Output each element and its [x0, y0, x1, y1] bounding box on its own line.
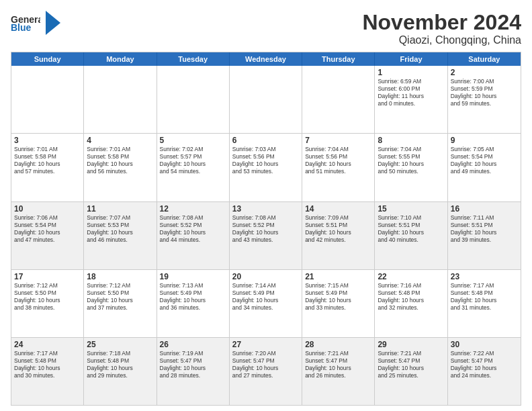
day-number: 22: [378, 272, 444, 281]
week-row-1: 1Sunrise: 6:59 AM Sunset: 6:00 PM Daylig…: [11, 66, 521, 134]
logo: General Blue: [11, 11, 60, 35]
day-number: 29: [378, 340, 444, 349]
table-row: 3Sunrise: 7:01 AM Sunset: 5:58 PM Daylig…: [11, 134, 84, 201]
table-row: 14Sunrise: 7:09 AM Sunset: 5:51 PM Dayli…: [302, 202, 375, 269]
header-wednesday: Wednesday: [230, 52, 302, 66]
location-title: Qiaozi, Chongqing, China: [362, 34, 521, 46]
cell-info: Sunrise: 7:20 AM Sunset: 5:47 PM Dayligh…: [232, 350, 299, 379]
day-number: 17: [14, 272, 81, 281]
header-thursday: Thursday: [302, 52, 375, 66]
logo-arrow-icon: [46, 11, 60, 35]
table-row: 6Sunrise: 7:03 AM Sunset: 5:56 PM Daylig…: [230, 134, 302, 201]
table-row: [11, 66, 84, 133]
cell-info: Sunrise: 7:00 AM Sunset: 5:59 PM Dayligh…: [451, 78, 518, 107]
table-row: 27Sunrise: 7:20 AM Sunset: 5:47 PM Dayli…: [230, 338, 302, 405]
cell-info: Sunrise: 7:19 AM Sunset: 5:47 PM Dayligh…: [160, 350, 226, 379]
day-number: 16: [451, 204, 518, 214]
day-number: 13: [232, 204, 299, 214]
svg-text:Blue: Blue: [11, 22, 32, 32]
week-row-4: 17Sunrise: 7:12 AM Sunset: 5:50 PM Dayli…: [11, 270, 521, 338]
table-row: 29Sunrise: 7:21 AM Sunset: 5:47 PM Dayli…: [375, 338, 447, 405]
calendar: Sunday Monday Tuesday Wednesday Thursday…: [11, 52, 521, 406]
table-row: 28Sunrise: 7:21 AM Sunset: 5:47 PM Dayli…: [302, 338, 375, 405]
week-row-3: 10Sunrise: 7:06 AM Sunset: 5:54 PM Dayli…: [11, 202, 521, 270]
table-row: 2Sunrise: 7:00 AM Sunset: 5:59 PM Daylig…: [448, 66, 521, 133]
cell-info: Sunrise: 7:08 AM Sunset: 5:52 PM Dayligh…: [232, 214, 299, 244]
table-row: 30Sunrise: 7:22 AM Sunset: 5:47 PM Dayli…: [448, 338, 521, 405]
day-number: 19: [160, 272, 226, 281]
header-saturday: Saturday: [448, 52, 521, 66]
table-row: 4Sunrise: 7:01 AM Sunset: 5:58 PM Daylig…: [84, 134, 157, 201]
cell-info: Sunrise: 7:01 AM Sunset: 5:58 PM Dayligh…: [14, 146, 81, 175]
day-number: 6: [232, 136, 299, 145]
cell-info: Sunrise: 7:04 AM Sunset: 5:55 PM Dayligh…: [378, 146, 444, 175]
logo-icon: General Blue: [11, 13, 40, 32]
table-row: 10Sunrise: 7:06 AM Sunset: 5:54 PM Dayli…: [11, 202, 84, 269]
cell-info: Sunrise: 7:07 AM Sunset: 5:53 PM Dayligh…: [87, 214, 153, 244]
day-number: 1: [378, 68, 444, 77]
day-number: 8: [378, 136, 444, 145]
day-number: 23: [451, 272, 518, 281]
calendar-header: Sunday Monday Tuesday Wednesday Thursday…: [11, 52, 521, 66]
day-number: 2: [451, 68, 518, 77]
day-number: 25: [87, 340, 153, 349]
table-row: 19Sunrise: 7:13 AM Sunset: 5:49 PM Dayli…: [157, 270, 230, 337]
cell-info: Sunrise: 7:06 AM Sunset: 5:54 PM Dayligh…: [14, 214, 81, 244]
cell-info: Sunrise: 7:15 AM Sunset: 5:49 PM Dayligh…: [305, 282, 371, 312]
table-row: 1Sunrise: 6:59 AM Sunset: 6:00 PM Daylig…: [375, 66, 447, 133]
table-row: 7Sunrise: 7:04 AM Sunset: 5:56 PM Daylig…: [302, 134, 375, 201]
day-number: 30: [451, 340, 518, 349]
table-row: [157, 66, 230, 133]
day-number: 28: [305, 340, 371, 349]
cell-info: Sunrise: 7:22 AM Sunset: 5:47 PM Dayligh…: [451, 350, 518, 379]
day-number: 4: [87, 136, 153, 145]
day-number: 11: [87, 204, 153, 214]
day-number: 10: [14, 204, 81, 214]
table-row: 12Sunrise: 7:08 AM Sunset: 5:52 PM Dayli…: [157, 202, 230, 269]
day-number: 9: [451, 136, 518, 145]
table-row: 16Sunrise: 7:11 AM Sunset: 5:51 PM Dayli…: [448, 202, 521, 269]
table-row: 20Sunrise: 7:14 AM Sunset: 5:49 PM Dayli…: [230, 270, 302, 337]
day-number: 27: [232, 340, 299, 349]
day-number: 15: [378, 204, 444, 214]
header-friday: Friday: [375, 52, 447, 66]
header: General Blue November 2024 Qiaozi, Chong…: [11, 11, 521, 46]
day-number: 18: [87, 272, 153, 281]
table-row: 26Sunrise: 7:19 AM Sunset: 5:47 PM Dayli…: [157, 338, 230, 405]
week-row-2: 3Sunrise: 7:01 AM Sunset: 5:58 PM Daylig…: [11, 134, 521, 201]
day-number: 24: [14, 340, 81, 349]
table-row: 13Sunrise: 7:08 AM Sunset: 5:52 PM Dayli…: [230, 202, 302, 269]
table-row: [302, 66, 375, 133]
table-row: 24Sunrise: 7:17 AM Sunset: 5:48 PM Dayli…: [11, 338, 84, 405]
day-number: 21: [305, 272, 371, 281]
month-title: November 2024: [362, 11, 521, 34]
cell-info: Sunrise: 7:14 AM Sunset: 5:49 PM Dayligh…: [232, 282, 299, 312]
cell-info: Sunrise: 7:08 AM Sunset: 5:52 PM Dayligh…: [160, 214, 226, 244]
page: General Blue November 2024 Qiaozi, Chong…: [0, 0, 532, 411]
cell-info: Sunrise: 7:10 AM Sunset: 5:51 PM Dayligh…: [378, 214, 444, 244]
table-row: 22Sunrise: 7:16 AM Sunset: 5:48 PM Dayli…: [375, 270, 447, 337]
cell-info: Sunrise: 7:11 AM Sunset: 5:51 PM Dayligh…: [451, 214, 518, 244]
day-number: 20: [232, 272, 299, 281]
cell-info: Sunrise: 7:12 AM Sunset: 5:50 PM Dayligh…: [87, 282, 153, 312]
day-number: 3: [14, 136, 81, 145]
title-block: November 2024 Qiaozi, Chongqing, China: [362, 11, 521, 46]
cell-info: Sunrise: 7:02 AM Sunset: 5:57 PM Dayligh…: [160, 146, 226, 175]
cell-info: Sunrise: 7:21 AM Sunset: 5:47 PM Dayligh…: [305, 350, 371, 379]
table-row: 11Sunrise: 7:07 AM Sunset: 5:53 PM Dayli…: [84, 202, 157, 269]
cell-info: Sunrise: 7:09 AM Sunset: 5:51 PM Dayligh…: [305, 214, 371, 244]
cell-info: Sunrise: 7:16 AM Sunset: 5:48 PM Dayligh…: [378, 282, 444, 312]
header-tuesday: Tuesday: [157, 52, 230, 66]
cell-info: Sunrise: 7:17 AM Sunset: 5:48 PM Dayligh…: [14, 350, 81, 379]
table-row: [84, 66, 157, 133]
cell-info: Sunrise: 7:12 AM Sunset: 5:50 PM Dayligh…: [14, 282, 81, 312]
cell-info: Sunrise: 7:18 AM Sunset: 5:48 PM Dayligh…: [87, 350, 153, 379]
logo-wrapper: General Blue: [11, 11, 60, 35]
cell-info: Sunrise: 7:17 AM Sunset: 5:48 PM Dayligh…: [451, 282, 518, 312]
cell-info: Sunrise: 7:01 AM Sunset: 5:58 PM Dayligh…: [87, 146, 153, 175]
table-row: 5Sunrise: 7:02 AM Sunset: 5:57 PM Daylig…: [157, 134, 230, 201]
day-number: 26: [160, 340, 226, 349]
table-row: 8Sunrise: 7:04 AM Sunset: 5:55 PM Daylig…: [375, 134, 447, 201]
header-sunday: Sunday: [11, 52, 84, 66]
table-row: 18Sunrise: 7:12 AM Sunset: 5:50 PM Dayli…: [84, 270, 157, 337]
